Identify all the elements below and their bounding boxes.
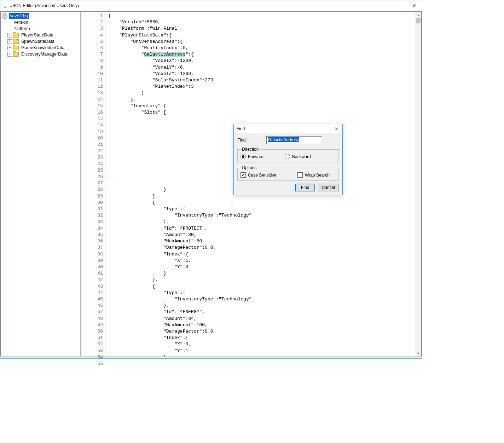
radio-dot-icon <box>241 154 246 159</box>
code-line <box>108 116 415 122</box>
line-number: 55 <box>82 361 103 367</box>
line-number: 36 <box>82 238 103 244</box>
direction-backward-radio[interactable]: Backward <box>285 154 311 159</box>
case-sensitive-checkbox[interactable]: Case Sensitive <box>241 172 276 178</box>
line-number: 7 <box>82 51 103 58</box>
radio-dot-icon <box>285 154 290 159</box>
find-input[interactable] <box>266 136 322 144</box>
checkbox-icon <box>297 172 303 178</box>
scroll-thumb[interactable] <box>416 18 421 23</box>
code-line: "MaxAmount":100, <box>108 322 415 328</box>
line-number: 3 <box>82 25 103 32</box>
tree-item-label: SpawnStateData <box>20 38 56 45</box>
code-line: }, <box>108 219 415 225</box>
expand-icon[interactable] <box>7 52 12 57</box>
code-line: { <box>108 13 415 19</box>
code-line: "PlanetIndex":3 <box>108 84 415 90</box>
line-number: 21 <box>82 142 103 148</box>
line-number: 23 <box>82 154 103 161</box>
tree-item[interactable]: Version <box>2 19 80 25</box>
line-number: 33 <box>82 219 103 225</box>
window-title: JSON Editor (Advanced Users Only) <box>10 3 79 8</box>
line-number: 20 <box>82 135 103 142</box>
app-window: JSON Editor (Advanced Users Only) ✕ ◌ sa… <box>0 0 422 359</box>
line-number: 42 <box>82 277 103 283</box>
code-line: "Inventory":{ <box>108 103 415 109</box>
line-number: 5 <box>82 39 103 45</box>
line-number: 26 <box>82 174 103 180</box>
tree-item[interactable]: GameKnowledgeData <box>2 45 80 51</box>
tree-item-label: Version <box>12 19 29 25</box>
direction-forward-label: Forward <box>248 154 263 159</box>
expand-icon[interactable] <box>7 46 12 50</box>
tree-item[interactable]: Platform <box>2 25 80 32</box>
line-number: 6 <box>82 45 103 51</box>
code-line: "Id":"^ENERGY", <box>108 309 415 315</box>
java-icon <box>2 3 8 8</box>
scroll-down-arrow[interactable]: ▼ <box>415 350 421 356</box>
code-line: "X":1, <box>108 258 415 264</box>
line-number: 52 <box>82 341 103 347</box>
cancel-button[interactable]: Cancel <box>318 184 339 191</box>
find-dialog-titlebar[interactable]: Find ✕ <box>234 124 342 133</box>
line-number: 35 <box>82 232 103 238</box>
line-number: 27 <box>82 180 103 186</box>
line-number: 39 <box>82 258 103 264</box>
line-number: 49 <box>82 322 103 328</box>
vertical-scrollbar[interactable]: ▲ ▼ <box>415 12 421 356</box>
code-line: "Version":5650, <box>108 19 415 25</box>
folder-icon <box>13 46 19 50</box>
tree[interactable]: ◌ save2.hg VersionPlatformPlayerStateDat… <box>2 13 80 57</box>
line-number: 37 <box>82 244 103 251</box>
find-button[interactable]: Find <box>295 184 315 191</box>
wrap-search-label: Wrap Search <box>305 173 330 178</box>
tree-item[interactable]: PlayerStateData <box>2 32 80 38</box>
line-number: 47 <box>82 309 103 315</box>
find-dialog-close-button[interactable]: ✕ <box>332 126 340 132</box>
line-number: 18 <box>82 122 103 128</box>
line-number: 13 <box>82 90 103 96</box>
status-strip <box>0 356 422 358</box>
line-number: 19 <box>82 129 103 135</box>
folder-icon <box>13 52 19 57</box>
find-dialog: Find ✕ Find: GalacticAddress Direction <box>233 124 343 195</box>
code-line: "PlayerStateData":{ <box>108 32 415 39</box>
line-number: 51 <box>82 335 103 341</box>
expand-icon[interactable] <box>7 39 12 44</box>
code-line: "Amount":80, <box>108 232 415 238</box>
titlebar[interactable]: JSON Editor (Advanced Users Only) ✕ <box>0 0 422 11</box>
expand-icon[interactable] <box>7 33 12 38</box>
code-line: "Index":{ <box>108 335 415 341</box>
code-line: } <box>108 90 415 96</box>
checkbox-icon <box>241 172 246 178</box>
line-number: 32 <box>82 212 103 219</box>
line-number: 1 <box>82 13 103 19</box>
code-line: "MaxAmount":80, <box>108 238 415 244</box>
code-line: "Type":{ <box>108 206 415 212</box>
line-number: 53 <box>82 348 103 354</box>
code-line: "Type":{ <box>108 290 415 296</box>
tree-root[interactable]: ◌ save2.hg <box>2 13 80 19</box>
line-number: 38 <box>82 251 103 258</box>
code-line: "VoxelX":-1209, <box>108 58 415 64</box>
line-number: 10 <box>82 71 103 77</box>
root-icon: ◌ <box>2 13 7 19</box>
direction-backward-label: Backward <box>292 154 311 159</box>
line-number: 17 <box>82 116 103 122</box>
line-number: 28 <box>82 186 103 193</box>
code-line: "Platform":"Win|Final", <box>108 25 415 32</box>
line-number: 45 <box>82 296 103 303</box>
options-group: Options Case Sensitive Wrap Search <box>237 165 339 181</box>
wrap-search-checkbox[interactable]: Wrap Search <box>297 172 330 178</box>
scroll-up-arrow[interactable]: ▲ <box>415 12 421 18</box>
window-close-button[interactable]: ✕ <box>406 1 422 11</box>
direction-forward-radio[interactable]: Forward <box>241 154 263 159</box>
line-number: 25 <box>82 167 103 174</box>
tree-item[interactable]: DiscoveryManagerData <box>2 51 80 57</box>
code-line: "X":0, <box>108 341 415 347</box>
tree-item[interactable]: SpawnStateData <box>2 38 80 45</box>
folder-icon <box>13 39 19 44</box>
code-line: "SolarSystemIndex":279, <box>108 77 415 84</box>
code-line: "Id":"^PROTECT", <box>108 225 415 232</box>
line-number-gutter: 1234567891011121314151617181920212223242… <box>82 12 106 356</box>
